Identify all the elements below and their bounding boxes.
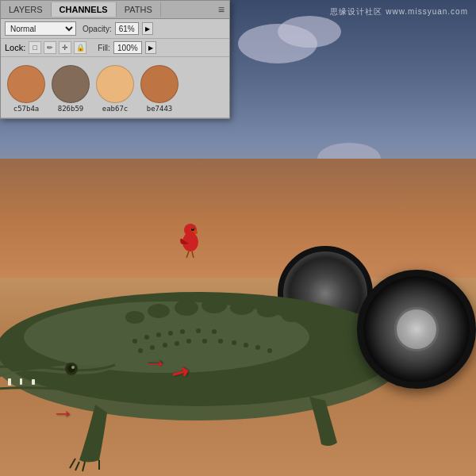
fill-label: Fill: bbox=[98, 44, 110, 52]
svg-point-12 bbox=[148, 304, 170, 318]
swatch-item-2[interactable]: 826b59 bbox=[52, 65, 90, 113]
swatch-label-1: c57b4a bbox=[13, 105, 40, 113]
svg-point-22 bbox=[180, 329, 185, 334]
svg-point-39 bbox=[192, 228, 194, 229]
swatch-color-2 bbox=[52, 65, 90, 103]
svg-point-25 bbox=[138, 348, 143, 353]
lock-fill-row: Lock: □ ✏ ✛ 🔒 Fill: ▶ bbox=[1, 39, 229, 57]
lock-pixels-btn[interactable]: ✏ bbox=[44, 41, 56, 54]
arrow-right: → bbox=[52, 401, 74, 426]
svg-point-28 bbox=[175, 341, 179, 346]
blend-mode-select[interactable]: Normal Multiply Screen Overlay bbox=[5, 21, 76, 36]
svg-point-21 bbox=[168, 331, 173, 336]
fill-arrow-btn[interactable]: ▶ bbox=[145, 41, 156, 54]
opacity-label: Opacity: bbox=[83, 25, 112, 33]
svg-point-18 bbox=[132, 339, 137, 344]
svg-rect-5 bbox=[8, 378, 11, 386]
swatch-label-2: 826b59 bbox=[58, 105, 84, 113]
swatch-label-4: be7443 bbox=[147, 105, 173, 113]
tab-paths[interactable]: PATHS bbox=[117, 2, 161, 17]
arrow-down: ↓ bbox=[139, 358, 168, 370]
svg-point-24 bbox=[212, 329, 217, 334]
photoshop-panel: LAYERS CHANNELS PATHS ≡ Normal Multiply … bbox=[0, 0, 230, 119]
svg-point-33 bbox=[244, 343, 248, 347]
tab-channels[interactable]: CHANNELS bbox=[52, 2, 117, 17]
swatch-color-1 bbox=[7, 65, 45, 103]
svg-point-13 bbox=[175, 300, 198, 316]
svg-line-41 bbox=[192, 251, 194, 258]
svg-point-29 bbox=[186, 339, 191, 344]
svg-point-31 bbox=[218, 339, 223, 344]
lock-label: Lock: bbox=[5, 43, 25, 52]
svg-point-19 bbox=[144, 335, 149, 340]
cloud-2 bbox=[278, 16, 341, 48]
svg-point-26 bbox=[150, 345, 155, 350]
svg-point-20 bbox=[156, 332, 161, 337]
svg-point-16 bbox=[257, 305, 279, 317]
svg-point-10 bbox=[71, 366, 75, 369]
tab-layers[interactable]: LAYERS bbox=[1, 2, 52, 17]
swatches-area: c57b4a 826b59 eab67c be7443 bbox=[1, 57, 229, 118]
swatch-item-1[interactable]: c57b4a bbox=[7, 65, 45, 113]
panel-menu-button[interactable]: ≡ bbox=[213, 1, 229, 18]
svg-point-35 bbox=[267, 348, 272, 353]
swatch-color-4 bbox=[140, 65, 178, 103]
svg-point-23 bbox=[196, 328, 201, 333]
lock-icons: □ ✏ ✛ 🔒 bbox=[29, 41, 86, 54]
svg-point-30 bbox=[202, 339, 207, 344]
lock-all-btn[interactable]: 🔒 bbox=[74, 41, 86, 54]
lock-position-btn[interactable]: ✛ bbox=[59, 41, 71, 54]
swatch-color-3 bbox=[96, 65, 134, 103]
svg-point-32 bbox=[232, 340, 236, 345]
svg-point-15 bbox=[230, 301, 254, 315]
svg-line-40 bbox=[186, 251, 189, 258]
blend-opacity-row: Normal Multiply Screen Overlay Opacity: … bbox=[1, 19, 229, 39]
svg-point-17 bbox=[282, 309, 302, 322]
lock-transparent-btn[interactable]: □ bbox=[29, 41, 41, 54]
svg-rect-7 bbox=[32, 379, 35, 385]
wheel-front bbox=[357, 270, 476, 389]
svg-rect-6 bbox=[20, 378, 22, 385]
svg-point-34 bbox=[255, 345, 260, 350]
tab-bar: LAYERS CHANNELS PATHS ≡ bbox=[1, 1, 229, 19]
svg-point-14 bbox=[202, 298, 227, 313]
svg-point-11 bbox=[125, 311, 144, 324]
watermark: 思缘设计社区 www.missyuan.com bbox=[330, 6, 468, 17]
swatch-item-3[interactable]: eab67c bbox=[96, 65, 134, 113]
svg-point-27 bbox=[163, 343, 167, 347]
opacity-arrow-btn[interactable]: ▶ bbox=[142, 22, 153, 35]
red-bird bbox=[175, 218, 206, 258]
fill-input[interactable] bbox=[113, 41, 142, 54]
opacity-input[interactable] bbox=[115, 22, 139, 35]
swatch-label-3: eab67c bbox=[102, 105, 129, 113]
svg-point-9 bbox=[67, 365, 75, 373]
swatch-item-4[interactable]: be7443 bbox=[140, 65, 178, 113]
